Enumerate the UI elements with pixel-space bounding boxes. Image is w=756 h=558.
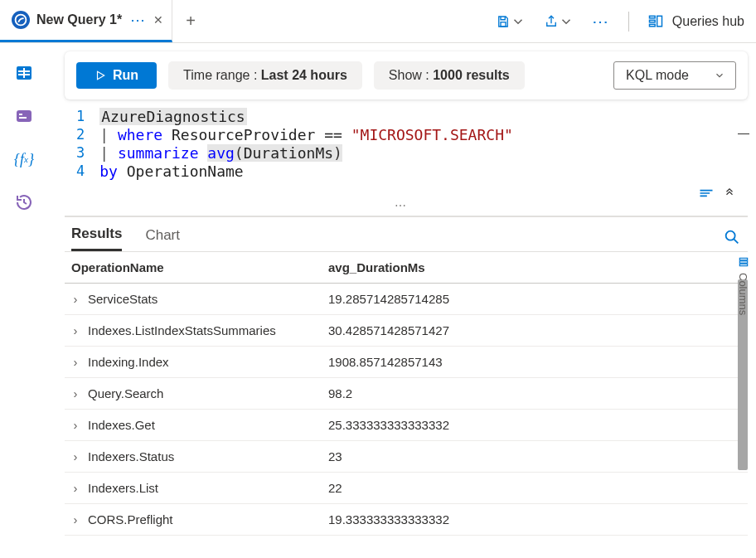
svg-rect-12 xyxy=(19,117,27,119)
svg-rect-1 xyxy=(501,22,506,26)
cell-operationname: Query.Search xyxy=(88,386,163,400)
collapse-sidebar-icon[interactable]: — xyxy=(738,126,749,139)
show-limit-picker[interactable]: Show : 1000 results xyxy=(374,61,525,90)
column-header-avgduration[interactable]: avg_DurationMs xyxy=(322,252,748,284)
tab-chart[interactable]: Chart xyxy=(145,227,180,250)
cell-avgduration: 30.428571428571427 xyxy=(322,315,748,347)
columns-panel-toggle[interactable]: Columns xyxy=(737,251,749,315)
svg-rect-9 xyxy=(23,68,25,78)
table-row[interactable]: ›ServiceStats19.285714285714285 xyxy=(65,284,748,315)
time-range-picker[interactable]: Time range : Last 24 hours xyxy=(168,61,362,90)
expand-icon[interactable]: › xyxy=(71,386,88,400)
expand-icon[interactable]: › xyxy=(71,418,88,432)
cell-operationname: CORS.Preflight xyxy=(88,512,173,526)
code-content[interactable]: AzureDiagnostics | where ResourceProvide… xyxy=(99,108,513,181)
show-label: Show : xyxy=(389,68,429,82)
show-value: 1000 results xyxy=(433,68,510,82)
cell-avgduration: 23 xyxy=(322,441,748,473)
svg-rect-15 xyxy=(739,261,747,263)
tab-query-1[interactable]: New Query 1* ⋯ ✕ xyxy=(0,0,172,42)
mode-select[interactable]: KQL mode xyxy=(613,61,736,90)
tab-strip: New Query 1* ⋯ ✕ + xyxy=(0,0,209,42)
top-actions: ⋯ Queries hub xyxy=(496,12,744,32)
time-range-label: Time range : xyxy=(183,68,257,82)
close-icon[interactable]: ✕ xyxy=(153,13,163,27)
cell-avgduration: 98.2 xyxy=(322,378,748,410)
cell-operationname: Indexes.Get xyxy=(88,418,155,432)
results-table: OperationName avg_DurationMs ›ServiceSta… xyxy=(65,251,748,536)
table-row[interactable]: ›Indexes.Get25.333333333333332 xyxy=(65,410,748,441)
results-panel: Results Chart OperationName avg_Duration… xyxy=(65,216,748,536)
more-actions-button[interactable]: ⋯ xyxy=(592,12,610,32)
table-row[interactable]: ›Indexes.ListIndexStatsSummaries30.42857… xyxy=(65,315,748,347)
tab-title: New Query 1* xyxy=(36,12,122,27)
queries-hub-label: Queries hub xyxy=(672,14,744,29)
table-row[interactable]: ›CORS.Preflight19.333333333333332 xyxy=(65,504,748,536)
format-icon[interactable] xyxy=(698,187,715,199)
columns-label: Columns xyxy=(737,273,749,315)
time-range-value: Last 24 hours xyxy=(261,68,347,82)
save-button[interactable] xyxy=(496,14,526,29)
line-gutter: 1 2 3 4 xyxy=(76,108,99,181)
queries-icon[interactable] xyxy=(14,106,34,126)
mode-label: KQL mode xyxy=(626,68,689,83)
svg-rect-14 xyxy=(739,258,747,260)
cell-operationname: Indexing.Index xyxy=(88,355,169,369)
svg-rect-11 xyxy=(19,114,22,115)
svg-rect-2 xyxy=(649,16,655,18)
expand-icon[interactable]: › xyxy=(71,355,88,369)
expand-icon[interactable]: › xyxy=(71,323,88,337)
svg-rect-3 xyxy=(649,20,655,22)
tab-results[interactable]: Results xyxy=(71,226,122,251)
search-icon[interactable] xyxy=(723,228,741,249)
expand-icon[interactable]: › xyxy=(71,481,88,495)
title-bar: New Query 1* ⋯ ✕ + ⋯ Queries hub xyxy=(0,0,756,43)
table-row[interactable]: ›Query.Search98.2 xyxy=(65,378,748,410)
svg-rect-4 xyxy=(649,24,655,27)
column-header-operationname[interactable]: OperationName xyxy=(65,252,322,284)
expand-icon[interactable]: › xyxy=(71,292,88,306)
cell-avgduration: 25.333333333333332 xyxy=(322,410,748,441)
cell-operationname: ServiceStats xyxy=(88,292,158,306)
share-button[interactable] xyxy=(544,14,574,29)
svg-rect-16 xyxy=(739,264,747,265)
query-toolbar: Run Time range : Last 24 hours Show : 10… xyxy=(65,51,748,99)
cell-avgduration: 1908.857142857143 xyxy=(322,347,748,378)
resize-handle[interactable]: ⋯ xyxy=(48,199,756,212)
collapse-up-icon[interactable] xyxy=(723,187,736,199)
queries-hub-button[interactable]: Queries hub xyxy=(647,13,744,30)
log-analytics-icon xyxy=(12,11,30,29)
expand-icon[interactable]: › xyxy=(71,449,88,463)
svg-rect-5 xyxy=(657,16,662,26)
left-rail: {fx} xyxy=(0,43,48,558)
expand-icon[interactable]: › xyxy=(71,512,88,526)
table-row[interactable]: ›Indexing.Index1908.857142857143 xyxy=(65,347,748,378)
new-tab-button[interactable]: + xyxy=(172,12,209,31)
code-editor[interactable]: 1 2 3 4 AzureDiagnostics | where Resourc… xyxy=(65,108,748,181)
cell-operationname: Indexers.Status xyxy=(88,449,174,463)
cell-avgduration: 19.285714285714285 xyxy=(322,284,748,315)
history-icon[interactable] xyxy=(14,192,34,212)
table-row[interactable]: ›Indexers.Status23 xyxy=(65,441,748,473)
cell-avgduration: 22 xyxy=(322,473,748,504)
cell-avgduration: 19.333333333333332 xyxy=(322,504,748,536)
run-button[interactable]: Run xyxy=(76,62,157,89)
divider xyxy=(628,12,629,32)
cell-operationname: Indexers.List xyxy=(88,481,158,495)
run-label: Run xyxy=(113,68,138,83)
functions-icon[interactable]: {fx} xyxy=(14,149,34,169)
tab-more-icon[interactable]: ⋯ xyxy=(128,11,147,29)
table-row[interactable]: ›Indexers.List22 xyxy=(65,473,748,504)
cell-operationname: Indexes.ListIndexStatsSummaries xyxy=(88,323,276,337)
tables-icon[interactable] xyxy=(14,63,34,83)
svg-point-13 xyxy=(726,231,735,240)
svg-rect-10 xyxy=(17,110,32,122)
